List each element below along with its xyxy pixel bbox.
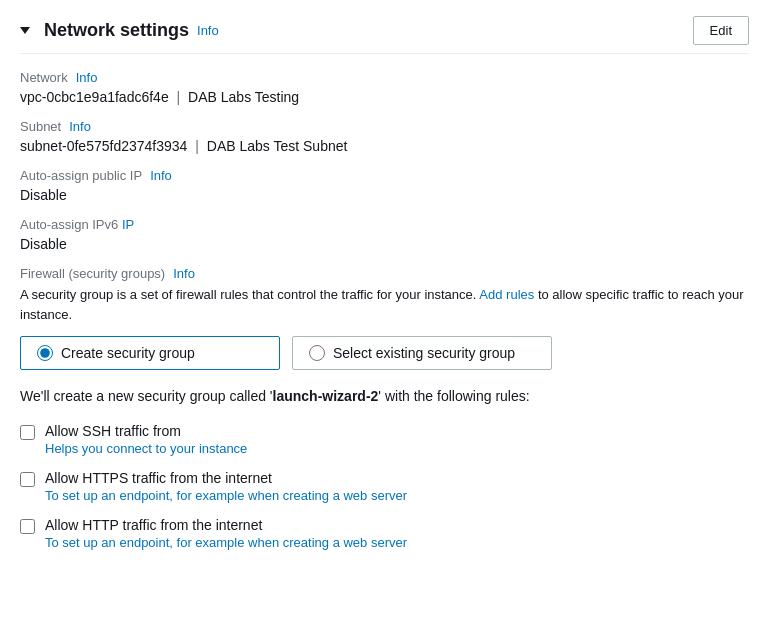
- auto-assign-public-ip-label: Auto-assign public IP: [20, 168, 142, 183]
- network-label: Network: [20, 70, 68, 85]
- firewall-info-link[interactable]: Info: [173, 266, 195, 281]
- auto-assign-ipv6-field: Auto-assign IPv6 IP Disable: [20, 217, 749, 252]
- firewall-label-row: Firewall (security groups) Info: [20, 266, 749, 281]
- http-hint: To set up an endpoint, for example when …: [45, 535, 407, 550]
- firewall-description: A security group is a set of firewall ru…: [20, 285, 749, 324]
- auto-assign-ipv6-label: Auto-assign IPv6 IP: [20, 217, 134, 232]
- network-field: Network Info vpc-0cbc1e9a1fadc6f4e | DAB…: [20, 70, 749, 105]
- auto-assign-public-ip-label-row: Auto-assign public IP Info: [20, 168, 749, 183]
- auto-assign-public-ip-value: Disable: [20, 187, 749, 203]
- auto-assign-ipv6-value: Disable: [20, 236, 749, 252]
- create-security-group-option[interactable]: Create security group: [20, 336, 280, 370]
- firewall-field: Firewall (security groups) Info A securi…: [20, 266, 749, 550]
- new-sg-prefix: We'll create a new security group called…: [20, 388, 273, 404]
- https-content: Allow HTTPS traffic from the internet To…: [45, 470, 407, 503]
- security-group-radio-group: Create security group Select existing se…: [20, 336, 749, 370]
- create-security-group-label: Create security group: [61, 345, 195, 361]
- edit-button[interactable]: Edit: [693, 16, 749, 45]
- subnet-field: Subnet Info subnet-0fe575fd2374f3934 | D…: [20, 119, 749, 154]
- http-label: Allow HTTP traffic from the internet: [45, 517, 407, 533]
- new-sg-suffix: ' with the following rules:: [378, 388, 529, 404]
- section-title-group: Network settings Info: [20, 20, 219, 41]
- vpc-name: DAB Labs Testing: [188, 89, 299, 105]
- vpc-id: vpc-0cbc1e9a1fadc6f4e: [20, 89, 169, 105]
- select-security-group-label: Select existing security group: [333, 345, 515, 361]
- firewall-label: Firewall (security groups): [20, 266, 165, 281]
- create-security-group-radio[interactable]: [37, 345, 53, 361]
- network-value: vpc-0cbc1e9a1fadc6f4e | DAB Labs Testing: [20, 89, 749, 105]
- ssh-rule-item: Allow SSH traffic from Helps you connect…: [20, 423, 749, 456]
- ssh-checkbox[interactable]: [20, 425, 35, 440]
- section-title: Network settings: [44, 20, 189, 41]
- select-security-group-radio[interactable]: [309, 345, 325, 361]
- ssh-content: Allow SSH traffic from Helps you connect…: [45, 423, 247, 456]
- subnet-value: subnet-0fe575fd2374f3934 | DAB Labs Test…: [20, 138, 749, 154]
- http-rule-item: Allow HTTP traffic from the internet To …: [20, 517, 749, 550]
- new-sg-name: launch-wizard-2: [273, 388, 379, 404]
- http-checkbox[interactable]: [20, 519, 35, 534]
- subnet-label-row: Subnet Info: [20, 119, 749, 134]
- header-info-link[interactable]: Info: [197, 23, 219, 38]
- firewall-desc-part1: A security group is a set of firewall ru…: [20, 287, 476, 302]
- network-info-link[interactable]: Info: [76, 70, 98, 85]
- subnet-id: subnet-0fe575fd2374f3934: [20, 138, 187, 154]
- firewall-add-rules-link[interactable]: Add rules: [479, 287, 534, 302]
- auto-assign-public-ip-info-link[interactable]: Info: [150, 168, 172, 183]
- https-hint: To set up an endpoint, for example when …: [45, 488, 407, 503]
- subnet-label: Subnet: [20, 119, 61, 134]
- network-label-row: Network Info: [20, 70, 749, 85]
- auto-assign-ipv6-ip-link[interactable]: IP: [122, 217, 134, 232]
- https-label: Allow HTTPS traffic from the internet: [45, 470, 407, 486]
- select-security-group-option[interactable]: Select existing security group: [292, 336, 552, 370]
- subnet-name: DAB Labs Test Subnet: [207, 138, 348, 154]
- subnet-info-link[interactable]: Info: [69, 119, 91, 134]
- section-header: Network settings Info Edit: [20, 16, 749, 54]
- network-separator: |: [177, 89, 181, 105]
- network-settings-panel: Network settings Info Edit Network Info …: [0, 0, 769, 618]
- ssh-hint: Helps you connect to your instance: [45, 441, 247, 456]
- https-checkbox[interactable]: [20, 472, 35, 487]
- new-sg-description: We'll create a new security group called…: [20, 386, 749, 407]
- auto-assign-public-ip-field: Auto-assign public IP Info Disable: [20, 168, 749, 203]
- collapse-icon[interactable]: [20, 27, 30, 34]
- http-content: Allow HTTP traffic from the internet To …: [45, 517, 407, 550]
- subnet-separator: |: [195, 138, 199, 154]
- ssh-label: Allow SSH traffic from: [45, 423, 247, 439]
- auto-assign-ipv6-label-row: Auto-assign IPv6 IP: [20, 217, 749, 232]
- https-rule-item: Allow HTTPS traffic from the internet To…: [20, 470, 749, 503]
